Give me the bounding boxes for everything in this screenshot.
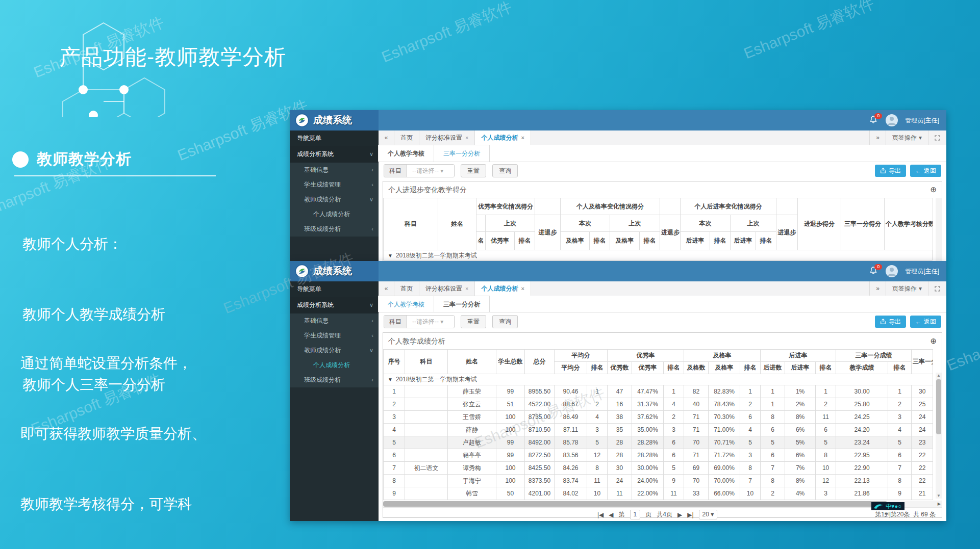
- table-cell: 4: [587, 411, 608, 424]
- page-size-select[interactable]: 20 ▾: [699, 510, 718, 519]
- sidebar-item-class-score-analysis[interactable]: 班级成绩分析‹: [290, 373, 379, 387]
- vertical-scrollbar[interactable]: ▲: [936, 198, 942, 261]
- exam-group-label: 2018级初二第一学期期末考试: [396, 252, 477, 259]
- page-number-input[interactable]: 1: [630, 510, 641, 519]
- column-subgroup-header: 上次: [610, 215, 660, 232]
- table-cell: 3: [664, 424, 684, 436]
- header-right-cluster: 0 管理员[主任]: [869, 265, 946, 277]
- export-button[interactable]: 导出: [875, 316, 906, 328]
- query-button[interactable]: 查询: [492, 164, 518, 177]
- panel-title: 个人进退步变化教学得分 ⊕: [383, 181, 942, 198]
- query-button[interactable]: 查询: [492, 315, 518, 328]
- sidebar-item-label: 个人成绩分析: [313, 358, 350, 373]
- sidebar-item-class-score-analysis[interactable]: 班级成绩分析‹: [290, 222, 379, 237]
- reset-button[interactable]: 重置: [461, 164, 486, 177]
- notifications-bell-icon[interactable]: 0: [869, 266, 878, 276]
- sidebar-submenu: 基础信息‹ 学生成绩管理‹ 教师成绩分析∨ 个人成绩分析 班级成绩分析‹: [290, 163, 379, 237]
- table-cell: 初二语文: [405, 462, 448, 475]
- chevron-left-icon: ‹: [371, 313, 373, 328]
- tab-home[interactable]: 首页: [394, 130, 419, 145]
- sidebar-item-basic-info[interactable]: 基础信息‹: [290, 313, 379, 328]
- table-cell: 8: [761, 475, 785, 487]
- tabs-scroll-left-icon[interactable]: «: [379, 130, 394, 145]
- sidebar-item-teacher-score-analysis[interactable]: 教师成绩分析∨: [290, 192, 379, 207]
- table-row[interactable]: 2张立云514522.0088.6721631.37%44078.43%212%…: [384, 398, 933, 411]
- subject-select[interactable]: --请选择-- ▾: [407, 316, 454, 328]
- vertical-scrollbar[interactable]: ▲ ▼: [936, 373, 942, 499]
- collapse-triangle-icon[interactable]: ▼: [388, 377, 393, 382]
- sidebar-item-score-analysis-system[interactable]: 成绩分析系统 ∨: [290, 146, 379, 163]
- tabbar-right-controls: » 页签操作▾: [869, 281, 946, 296]
- sidebar-item-basic-info[interactable]: 基础信息‹: [290, 163, 379, 177]
- close-icon[interactable]: ×: [521, 135, 524, 141]
- table-row[interactable]: 8于海宁1008373.5083.74112424.00%97070.00%78…: [384, 475, 933, 487]
- first-page-icon[interactable]: |◀: [597, 511, 604, 518]
- table-cell: 10: [587, 487, 608, 500]
- sidebar-item-personal-score-analysis[interactable]: 个人成绩分析: [290, 358, 379, 373]
- reset-button[interactable]: 重置: [461, 315, 486, 328]
- user-name[interactable]: 管理员[主任]: [905, 267, 939, 276]
- table-row[interactable]: 3王雪娇1008735.0086.4943837.62%27170.30%688…: [384, 411, 933, 424]
- user-avatar[interactable]: [886, 114, 898, 126]
- table-cell: [405, 475, 448, 487]
- table-row[interactable]: 7初二语文谭秀梅1008425.5084.2683030.00%56969.00…: [384, 462, 933, 475]
- tabs-scroll-right-icon[interactable]: »: [869, 130, 886, 145]
- tabs-scroll-left-icon[interactable]: «: [379, 281, 394, 296]
- next-page-icon[interactable]: ▶: [677, 511, 682, 518]
- close-icon[interactable]: ×: [465, 285, 468, 292]
- exam-group-row[interactable]: ▼2018级初二第一学期期末考试: [383, 250, 933, 260]
- scrollbar-thumb[interactable]: [383, 501, 887, 507]
- subtab-personal-teaching-assessment[interactable]: 个人教学考核: [378, 296, 434, 312]
- collapse-triangle-icon[interactable]: ▼: [388, 253, 393, 258]
- heading-underline: [14, 175, 216, 176]
- panel-settings-icon[interactable]: ⊕: [930, 181, 937, 198]
- exam-group-row[interactable]: ▼2018级初二第一学期期末考试: [384, 374, 933, 385]
- subject-select[interactable]: --请选择-- ▾: [407, 165, 454, 177]
- table-cell: 28.28%: [632, 449, 664, 462]
- scroll-right-icon[interactable]: ▶: [938, 501, 941, 507]
- close-icon[interactable]: ×: [521, 285, 524, 292]
- subtab-personal-teaching-assessment[interactable]: 个人教学考核: [378, 145, 434, 162]
- user-name[interactable]: 管理员[主任]: [905, 116, 939, 125]
- scroll-down-icon[interactable]: ▼: [936, 493, 942, 498]
- table-row[interactable]: 9韩雪504201.0084.02101122.00%113366.00%102…: [384, 487, 933, 500]
- prev-page-icon[interactable]: ◀: [609, 511, 613, 518]
- tab-operations-dropdown[interactable]: 页签操作▾: [886, 281, 928, 296]
- close-icon[interactable]: ×: [465, 135, 468, 141]
- table-row[interactable]: 5卢超敏998492.0085.7852828.28%67070.71%555%…: [384, 436, 933, 449]
- last-page-icon[interactable]: ▶|: [687, 511, 693, 518]
- scrollbar-thumb[interactable]: [936, 379, 941, 434]
- tab-operations-dropdown[interactable]: 页签操作▾: [886, 130, 928, 145]
- sidebar-item-score-analysis-system[interactable]: 成绩分析系统 ∨: [290, 297, 379, 313]
- scroll-up-icon[interactable]: ▲: [936, 373, 942, 378]
- tab-home[interactable]: 首页: [394, 281, 419, 296]
- tab-personal-score-analysis[interactable]: 个人成绩分析×: [475, 130, 531, 145]
- table-row[interactable]: 1薛玉荣998955.5090.4614747.47%18282.83%111%…: [384, 385, 933, 398]
- subject-select-placeholder: --请选择--: [412, 318, 439, 325]
- fullscreen-icon[interactable]: [928, 281, 946, 296]
- table-row[interactable]: 6籍亭亭998272.5083.56122828.28%67171.72%366…: [384, 449, 933, 462]
- sidebar-item-teacher-score-analysis[interactable]: 教师成绩分析∨: [290, 343, 379, 358]
- teaching-score-table-zone: 序号 科目 姓名 学生总数 总分 平均分 优秀率 及格率 后进率 三率一分成绩 …: [383, 349, 942, 521]
- export-button[interactable]: 导出: [875, 165, 906, 177]
- horizontal-scrollbar[interactable]: ▶: [383, 501, 942, 507]
- notifications-bell-icon[interactable]: 0: [869, 115, 878, 125]
- tab-scoring-standard[interactable]: 评分标准设置×: [419, 281, 475, 296]
- tab-personal-score-analysis[interactable]: 个人成绩分析×: [475, 281, 531, 296]
- subtab-three-rate-one-score[interactable]: 三率一分分析: [434, 296, 490, 312]
- sidebar-item-personal-score-analysis[interactable]: 个人成绩分析: [290, 207, 379, 222]
- tabs-scroll-right-icon[interactable]: »: [869, 281, 886, 296]
- fullscreen-icon[interactable]: [928, 130, 946, 145]
- back-button[interactable]: ← 返回: [910, 316, 941, 328]
- tab-scoring-standard[interactable]: 评分标准设置×: [419, 130, 475, 145]
- user-avatar[interactable]: [886, 265, 898, 277]
- subtab-three-rate-one-score[interactable]: 三率一分分析: [434, 145, 490, 162]
- brand-block: 成绩系统: [290, 261, 379, 281]
- table-cell: 于海宁: [448, 475, 496, 487]
- sidebar-item-student-scores[interactable]: 学生成绩管理‹: [290, 328, 379, 343]
- back-button[interactable]: ← 返回: [910, 165, 941, 177]
- table-row[interactable]: 4薛静1008710.5087.1133535.00%37171.00%466%…: [384, 424, 933, 436]
- panel-settings-icon[interactable]: ⊕: [930, 333, 937, 349]
- sidebar-item-student-scores[interactable]: 学生成绩管理‹: [290, 177, 379, 192]
- table-cell: 8: [587, 462, 608, 475]
